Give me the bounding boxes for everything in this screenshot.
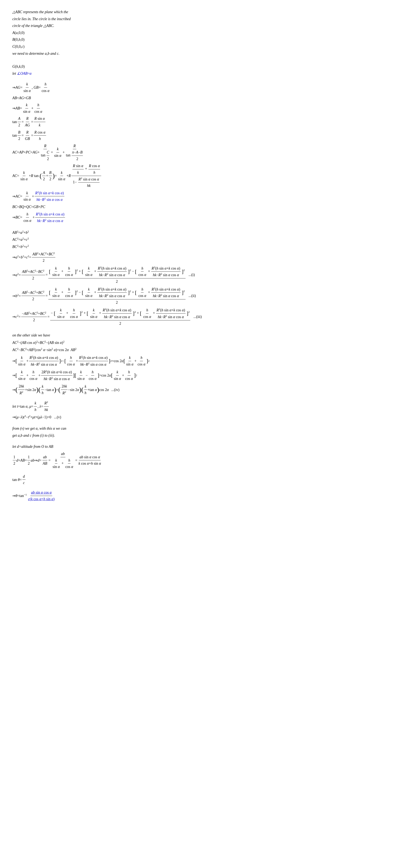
- label-i: ...(i): [189, 272, 195, 278]
- tan-a-eq: =: [22, 119, 24, 125]
- arrow-b2: ⇒b2=: [12, 292, 21, 299]
- ac-text3: AC=: [12, 173, 19, 179]
- a2-formula-line: ⇒a2= AB2+AC2−BC2 2 = [ k sin α + h cos α…: [12, 265, 385, 285]
- arrow-v: ⇒(μ−λ)t3−t2+μt+(μλ−1)=0 ...(v): [12, 414, 61, 421]
- line-7: we need to determine a,b and c.: [12, 51, 385, 57]
- eq-b2: =: [46, 292, 48, 299]
- blank-line-4: [12, 328, 385, 332]
- line-3: circle of the triangle △ABC.: [12, 23, 385, 29]
- big-bracket-l1: (: [39, 170, 42, 182]
- ac-result-line: ⇒AC= k sin α + R2(h sin α+k cos α) hk−R2…: [12, 190, 385, 203]
- eq-d2: =: [75, 457, 77, 464]
- frac-iv3-2hk: 2hk R2: [18, 383, 25, 396]
- frac-c2-main: −AB2+AC2+BC2 2: [21, 310, 47, 323]
- frac-d-expanded: ab k sin α + h cos α: [51, 451, 75, 470]
- arrow-iv2: ⇒: [12, 372, 15, 379]
- ac-plus3: +R: [66, 173, 71, 179]
- line-6: C(0,0,c): [12, 43, 385, 50]
- eq-iv-line2: ⇒ [ k sin α + h cos α + 2R2(h sin α+k co…: [12, 369, 385, 382]
- frac-half2: 1 2: [27, 454, 30, 467]
- let-text: let t=tan α, μ=: [12, 403, 33, 410]
- theta-result-line: ⇒θ=tan−1 ab sin α cos α c(k cos α+h sin …: [12, 489, 385, 502]
- frac-b2-main: AB2−AC2+BC2 2: [22, 289, 45, 302]
- frac-r-ag: R AG: [24, 116, 30, 128]
- frac-sum-sq: AB2+AC2+BC2 2: [32, 251, 56, 264]
- frac-d-c: d c: [23, 473, 26, 486]
- frac-k-sina2: k sin α: [20, 169, 28, 182]
- comma-gb: , GB=: [32, 84, 40, 91]
- frac-c2-expanded: − [ k sin α + h cos α ]2 + [ k sin α +: [50, 307, 191, 327]
- ac-line2: AC= k sin α +R tan ( A 2 + B 2 ) = k sin…: [12, 163, 385, 189]
- ag-gb-line: ⇒AG= k sin α , GB= h cos α: [12, 81, 385, 94]
- frac-iv2-k2: k sin α: [77, 369, 85, 382]
- from-v-line2: get a,b and c from (i) to (iii).: [12, 432, 385, 439]
- arrow-theta: ⇒θ=tan−1: [12, 492, 27, 499]
- blank-line-5: [12, 397, 385, 399]
- tan-b-line: tan B 2 = R GB = R cos α h: [12, 129, 385, 142]
- label-iii: ...(iii): [193, 314, 202, 320]
- ac-eq3: =: [55, 173, 57, 179]
- frac-a-2: A 2: [42, 169, 46, 182]
- eq-iv-line3: ⇒ ( 2hk R2 +sin 2α ) ( k h −tan α ) = ( …: [12, 383, 385, 396]
- tan-a-eq2: =: [31, 119, 33, 125]
- from-v-line1: from (v) we get α, with this α we can: [12, 425, 385, 432]
- label-iv: ...(iv): [111, 387, 120, 393]
- ac-line1: AC=AP+PC=AG+ R tan C2 = k sin α + R tan …: [12, 143, 385, 162]
- arrow-bc: ⇒BC=: [12, 214, 22, 221]
- eq-iv-line1: ⇒ [ k sin α + R2(h sin α+k cos α) hk−R2 …: [12, 354, 385, 368]
- frac-ab-AB: ab AB: [42, 454, 48, 467]
- ab-line: AB=AG+GB: [12, 95, 385, 101]
- eq-a2: =: [46, 272, 48, 278]
- line-9: let ∠OAB=α: [12, 70, 385, 77]
- ac2-bc2-line2: AC2−BC2=AB2(cos2 α−sin2 α)=cos 2α AB2: [12, 346, 385, 353]
- arrow-iv3: ⇒: [12, 387, 15, 393]
- line-2: circle lies in. The circle is the inscri…: [12, 16, 385, 22]
- frac-ac-big: R sin α k + R cos α h 1− R2 sin α cos α …: [71, 163, 101, 189]
- frac-k-sina: k sin α: [54, 146, 62, 159]
- bc-plus: +: [33, 214, 35, 221]
- eq-cos2a: =cos 2α: [112, 358, 124, 364]
- ab-text: ab⇒d=: [31, 457, 41, 464]
- frac-iv2-k3: k sin α: [113, 369, 122, 382]
- main-section: G(h,k,0) let ∠OAB=α: [12, 63, 385, 76]
- c2-formula-line: ⇒c2= −AB2+AC2+BC2 2 = − [ k sin α + h co…: [12, 307, 385, 327]
- ac2-bc2-line1: AC2−(AB cos α)2=BC2−(AB sin α)2: [12, 339, 385, 346]
- big-bracket-r1: ): [53, 170, 55, 182]
- frac-iv1-h: h cos α: [66, 354, 75, 367]
- iv3-minus-tana: −tan α: [45, 387, 54, 393]
- d-formula-line: 1 2 d×AB= 1 2 ab⇒d= ab AB = ab k sin α +…: [12, 451, 385, 470]
- ac-plus4: +: [32, 193, 34, 199]
- line-5: B(0,b,0): [12, 36, 385, 43]
- blank-line-7: [12, 439, 385, 443]
- blank-line-6: [12, 421, 385, 425]
- frac-iv2-h2: h cos α: [88, 369, 97, 382]
- frac-h-cosa-r: h cos α: [23, 211, 32, 224]
- tan-a-text: tan: [12, 119, 17, 125]
- bc-result-line: ⇒BC= h cos α + R2(h sin α+k cos α) hk−R2…: [12, 211, 385, 224]
- frac-iv1-k: k sin α: [18, 354, 26, 367]
- tan-b-eq: =: [22, 132, 24, 139]
- arrow-sum: ⇒a2+b2+c2=: [12, 254, 31, 260]
- frac-b-2: B 2: [48, 169, 52, 182]
- eq-d: =: [48, 457, 51, 464]
- ac2-bc2-text2: AC2−BC2=AB2(cos2 α−sin2 α)=cos 2α AB2: [12, 346, 76, 353]
- ac-text4: +R tan: [29, 173, 39, 179]
- eq-v-line: ⇒(μ−λ)t3−t2+μt+(μλ−1)=0 ...(v): [12, 414, 385, 421]
- frac-bc-final: R2(h sin α+k cos α) hk−R2 sin α cos α: [35, 211, 65, 224]
- blank-line-8: [12, 471, 385, 472]
- iv3-cos2a: cos 2α: [99, 387, 109, 393]
- tan-b-eq2: =: [31, 132, 33, 139]
- tan-b-text: tan: [12, 132, 17, 139]
- frac-k-sina3: k sin α: [57, 169, 66, 182]
- arrow-ac: ⇒AC=: [12, 193, 22, 199]
- ac-text1: AC=AP+PC=AG+: [12, 149, 40, 156]
- sum-sq-line: ⇒a2+b2+c2= AB2+AC2+BC2 2: [12, 251, 385, 264]
- frac-iv3-2hk2: 2hk R2: [61, 383, 67, 396]
- arrow-c2: ⇒c2=: [12, 313, 21, 320]
- frac-r-tanpab: R tan π−A−B2: [65, 143, 84, 162]
- ac2-line: AC2=a2+c2: [12, 236, 385, 243]
- other-side-line: on the other side we have: [12, 332, 385, 339]
- let-lambda: , λ=: [38, 403, 43, 410]
- frac-ac-final: R2(h sin α+k cos α) hk−R2 sin α cos α: [35, 190, 64, 203]
- frac-iv2-2R2: 2R2(h sin α+k cos α) hk−R2 sin α cos α: [41, 369, 73, 382]
